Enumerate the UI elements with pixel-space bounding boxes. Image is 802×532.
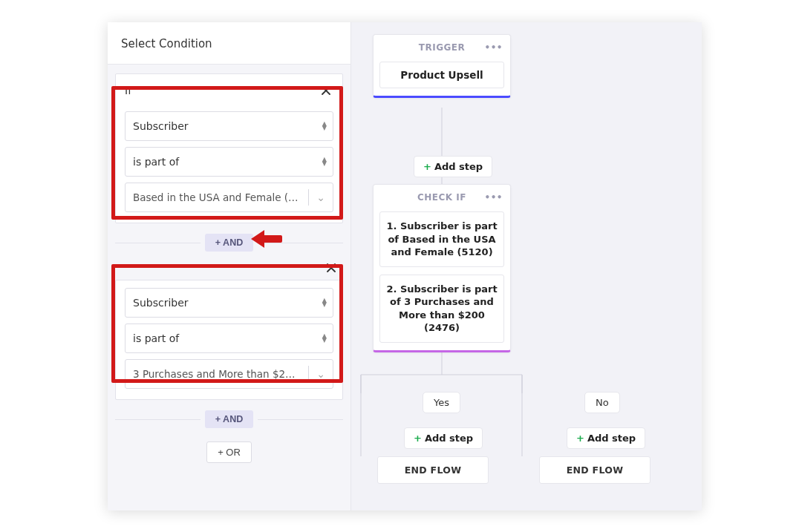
subject-select[interactable]: Subscriber ▲▼ [125, 111, 333, 141]
section-header: Select Condition [108, 22, 351, 65]
updown-icon: ▲▼ [322, 298, 327, 307]
value-select[interactable]: 3 Purchases and More than $200 (2476) ⌄ [125, 359, 333, 389]
remove-group-button[interactable] [317, 82, 335, 99]
value-select[interactable]: Based in the USA and Female (5120) ⌄ [125, 183, 333, 212]
remove-group-button[interactable] [322, 259, 340, 277]
updown-icon: ▲▼ [322, 334, 327, 343]
condition-group: If Subscriber ▲▼ is part of ▲▼ Based in … [115, 73, 343, 223]
branch-yes: Yes [423, 392, 460, 413]
add-step-button[interactable]: +Add step [414, 156, 492, 177]
condition-group: Subscriber ▲▼ is part of ▲▼ 3 Purchases … [115, 280, 343, 400]
add-and-button[interactable]: + AND [205, 234, 253, 252]
updown-icon: ▲▼ [322, 157, 327, 166]
check-node[interactable]: CHECK IF ••• 1. Subscriber is part of Ba… [373, 184, 511, 352]
predicate-select[interactable]: is part of ▲▼ [125, 324, 333, 353]
predicate-select[interactable]: is part of ▲▼ [125, 147, 333, 177]
add-or-button[interactable]: + OR [206, 441, 252, 463]
add-step-button[interactable]: +Add step [567, 427, 645, 449]
updown-icon: ▲▼ [322, 122, 327, 131]
condition-editor: Select Condition If Subscriber ▲▼ is par… [108, 22, 351, 510]
end-flow-node[interactable]: END FLOW [539, 456, 651, 484]
plus-icon: + [423, 161, 431, 172]
check-condition-2: 2. Subscriber is part of 3 Purchases and… [379, 275, 504, 343]
node-title: CHECK IF [417, 192, 466, 203]
and-separator: + AND [115, 410, 343, 428]
and-separator: + AND [115, 234, 343, 252]
flow-canvas: TRIGGER ••• Product Upsell +Add step CHE… [351, 22, 702, 510]
add-and-button[interactable]: + AND [205, 410, 253, 428]
if-label: If [125, 85, 131, 96]
subject-select[interactable]: Subscriber ▲▼ [125, 288, 333, 318]
trigger-name: Product Upsell [379, 62, 504, 88]
node-menu-button[interactable]: ••• [484, 42, 503, 53]
chevron-down-icon: ⌄ [316, 191, 325, 203]
plus-icon: + [576, 433, 584, 444]
node-menu-button[interactable]: ••• [484, 192, 503, 203]
branch-no: No [584, 392, 620, 413]
plus-icon: + [414, 433, 422, 444]
chevron-down-icon: ⌄ [316, 368, 325, 380]
add-step-button[interactable]: +Add step [404, 427, 483, 449]
end-flow-node[interactable]: END FLOW [377, 456, 489, 484]
node-title: TRIGGER [419, 42, 466, 53]
check-condition-1: 1. Subscriber is part of Based in the US… [379, 211, 504, 267]
trigger-node[interactable]: TRIGGER ••• Product Upsell [373, 34, 511, 98]
